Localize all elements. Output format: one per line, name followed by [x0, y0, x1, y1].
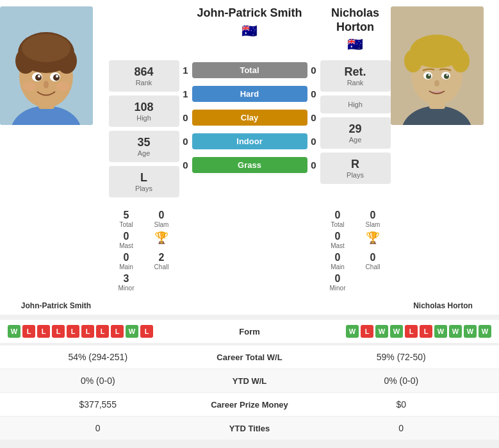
stats-table: 54% (294-251) Career Total W/L 59% (72-5…	[0, 345, 499, 440]
stats-center-label: Career Prize Money	[186, 400, 314, 410]
left-slam-stat: 0 Slam	[147, 210, 177, 228]
svg-point-13	[56, 75, 58, 78]
left-small-stats: 5 Total 0 Slam 0 Mast 🏆	[109, 210, 179, 292]
stats-center-label: Career Total W/L	[186, 353, 314, 362]
left-form-badges: WLLLLLLLWL	[8, 325, 218, 338]
left-player-avatar	[0, 6, 93, 125]
main-container: John-Patrick Smith 🇦🇺 Nicholas Horton 🇦🇺…	[0, 0, 499, 440]
left-player-photo	[0, 6, 93, 125]
svg-point-7	[22, 34, 70, 62]
right-plays-box: R Plays	[320, 153, 391, 184]
right-minor-stat: 0 Minor	[323, 273, 353, 292]
left-main-stat: 0 Main	[111, 252, 142, 270]
left-name-below: John-Patrick Smith	[0, 299, 112, 311]
left-trophy-icon: 🏆	[147, 231, 177, 249]
stats-right-val: 59% (72-50)	[314, 352, 489, 362]
form-badge-right: W	[434, 325, 447, 338]
form-badge-right: L	[361, 325, 373, 338]
right-slam-stat: 0 Slam	[358, 210, 388, 228]
left-stats-boxes: 864 Rank 108 High 35 Age L Plays	[109, 58, 179, 199]
center-spacer	[179, 204, 320, 292]
right-age-box: 29 Age	[320, 117, 391, 149]
right-player-avatar	[391, 6, 484, 125]
stats-row: 0% (0-0) YTD W/L 0% (0-0)	[0, 369, 499, 393]
stats-row: $377,555 Career Prize Money $0	[0, 393, 499, 417]
form-badge-left: L	[22, 325, 35, 338]
stats-left-val: 0% (0-0)	[10, 376, 186, 386]
form-badge-left: L	[52, 325, 65, 338]
left-minor-stat: 3 Minor	[111, 273, 142, 292]
left-chall-stat: 2 Chall	[147, 252, 177, 270]
form-badge-right: W	[479, 325, 491, 338]
right-main-stat: 0 Main	[323, 252, 353, 270]
grass-row: 0 Grass 0	[179, 157, 320, 173]
form-badge-right: W	[375, 325, 388, 338]
player-names-row: John-Patrick Smith Nicholas Horton	[0, 298, 499, 315]
hard-badge: Hard	[192, 86, 307, 102]
total-row: 1 Total 0	[179, 62, 320, 78]
clay-row: 0 Clay 0	[179, 110, 320, 126]
right-chall-stat: 0 Chall	[358, 252, 388, 270]
form-badge-right: W	[464, 325, 477, 338]
left-player-flag: 🇦🇺	[179, 23, 320, 38]
left-high-box: 108 High	[109, 95, 179, 127]
stats-right-val: $0	[314, 399, 489, 410]
right-player-photo	[391, 6, 484, 125]
left-total-stat: 5 Total	[111, 210, 142, 228]
svg-point-28	[428, 74, 430, 76]
clay-badge: Clay	[192, 110, 307, 126]
indoor-badge: Indoor	[192, 133, 307, 149]
right-trophy-icon: 🏆	[358, 231, 388, 249]
stats-right-val: 0	[314, 423, 489, 433]
left-player-name-center: John-Patrick Smith 🇦🇺	[179, 6, 320, 42]
right-form-badges: WLWWLLWWWW	[282, 325, 492, 338]
left-rank-box: 864 Rank	[109, 60, 179, 92]
stats-left-val: 54% (294-251)	[10, 352, 186, 362]
left-plays-box: L Plays	[109, 166, 179, 197]
stats-scores-row: 864 Rank 108 High 35 Age L Plays	[109, 58, 391, 199]
right-name-below: Nicholas Horton	[387, 299, 499, 311]
right-player-name-center: Nicholas Horton 🇦🇺	[320, 6, 391, 56]
svg-point-23	[452, 49, 470, 72]
stats-row: 54% (294-251) Career Total W/L 59% (72-5…	[0, 345, 499, 369]
stats-left-val: $377,555	[10, 399, 186, 410]
right-stats-boxes: Ret. Rank High 29 Age R Plays	[320, 58, 391, 186]
svg-point-15	[23, 82, 36, 91]
form-badge-left: L	[96, 325, 109, 338]
court-scores: 1 Total 0 1 Hard 0 0 Clay 0	[179, 58, 320, 177]
form-badge-left: W	[8, 325, 20, 338]
form-badge-right: L	[420, 325, 432, 338]
names-row: John-Patrick Smith 🇦🇺 Nicholas Horton 🇦🇺	[109, 6, 391, 56]
total-badge: Total	[192, 62, 307, 78]
svg-point-16	[56, 82, 69, 91]
form-badge-right: L	[405, 325, 418, 338]
left-mast-stat: 0 Mast	[111, 231, 142, 249]
svg-point-22	[404, 49, 422, 72]
svg-point-12	[38, 75, 40, 78]
bottom-stats-row: 5 Total 0 Slam 0 Mast 🏆	[109, 204, 391, 292]
right-rank-box: Ret. Rank	[320, 60, 391, 92]
stats-left-val: 0	[10, 423, 186, 433]
left-age-box: 35 Age	[109, 131, 179, 162]
stats-center-label: YTD Titles	[186, 424, 314, 433]
form-badge-left: W	[126, 325, 138, 338]
svg-point-29	[446, 74, 448, 76]
form-section: WLLLLLLLWL Form WLWWLLWWWW	[0, 320, 499, 343]
form-badge-left: L	[140, 325, 153, 338]
right-small-stats: 0 Total 0 Slam 0 Mast 🏆	[320, 210, 391, 292]
players-section: John-Patrick Smith 🇦🇺 Nicholas Horton 🇦🇺…	[0, 0, 499, 298]
center-gap	[112, 299, 387, 311]
stats-row: 0 YTD Titles 0	[0, 417, 499, 440]
right-total-stat: 0 Total	[323, 210, 353, 228]
form-badge-left: L	[67, 325, 79, 338]
form-badge-right: W	[449, 325, 462, 338]
grass-badge: Grass	[192, 157, 307, 173]
stats-center-label: YTD W/L	[186, 376, 314, 386]
right-player-column	[391, 6, 500, 292]
form-badge-left: L	[111, 325, 124, 338]
right-mast-stat: 0 Mast	[323, 231, 353, 249]
svg-point-14	[44, 81, 49, 88]
left-bottom-stats: 5 Total 0 Slam 0 Mast 🏆	[109, 204, 179, 292]
right-high-box: High	[320, 95, 391, 113]
svg-point-30	[434, 80, 439, 87]
